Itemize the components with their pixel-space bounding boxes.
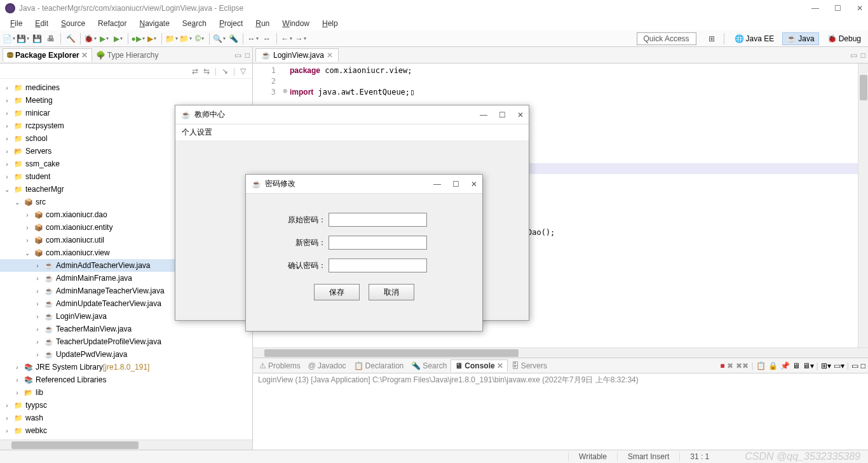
- menu-file[interactable]: File: [5, 18, 27, 29]
- menu-window[interactable]: Window: [277, 18, 315, 29]
- persp-java-ee[interactable]: 🌐 Java EE: [730, 32, 779, 45]
- min-console-icon[interactable]: ▭: [851, 361, 858, 370]
- menu-run[interactable]: Run: [250, 18, 275, 29]
- old-pwd-label: 原始密码：: [271, 215, 329, 225]
- run-button[interactable]: ▶: [98, 32, 111, 45]
- new-pkg-button[interactable]: 📁: [165, 32, 178, 45]
- open-persp-button[interactable]: ⊞: [705, 32, 718, 45]
- tree-item[interactable]: ›☕TeacherUpdateProfileView.java: [0, 335, 252, 348]
- new-type-button[interactable]: ©: [193, 32, 206, 45]
- tab-type-hierarchy[interactable]: 🌳 Type Hierarchy: [92, 49, 163, 62]
- save-button[interactable]: 💾: [17, 32, 29, 45]
- tab-package-explorer[interactable]: ⛃Package Explorer ✕: [3, 48, 92, 62]
- ext-tools-button[interactable]: ▶: [146, 32, 158, 45]
- search-button[interactable]: 🔦: [227, 32, 240, 45]
- quick-access[interactable]: Quick Access: [637, 32, 696, 45]
- tab-console[interactable]: 🖥 Console ✕: [451, 359, 507, 372]
- new-pwd-input[interactable]: [329, 236, 427, 250]
- scrollbar-v[interactable]: [858, 64, 868, 347]
- scrollbar-h[interactable]: [0, 440, 252, 450]
- fwd-button[interactable]: →: [294, 32, 307, 45]
- print-button[interactable]: 🖶: [44, 32, 57, 45]
- new-button[interactable]: 📄: [3, 32, 15, 45]
- editor-scrollbar-h[interactable]: [253, 347, 868, 358]
- maximize-editor-icon[interactable]: □: [861, 51, 865, 60]
- nav2-button[interactable]: ↔: [261, 32, 273, 45]
- menu-help[interactable]: Help: [317, 18, 343, 29]
- remove-launch-icon[interactable]: ✖: [727, 361, 733, 370]
- max-console-icon[interactable]: □: [861, 361, 865, 370]
- dlg2-min-icon[interactable]: —: [433, 180, 441, 189]
- view-menu-icon[interactable]: ▽: [240, 67, 246, 76]
- save-button[interactable]: 保存: [314, 284, 360, 300]
- tree-item[interactable]: ›📁wash: [0, 412, 252, 424]
- password-change-dialog: ☕ 密码修改 — ☐ ✕ 原始密码： 新密码： 确认密码： 保存 取消: [245, 174, 483, 332]
- maximize-view-icon[interactable]: □: [245, 51, 250, 60]
- open-console-icon[interactable]: 🖥▾: [803, 361, 814, 370]
- tree-item[interactable]: ›📁medicines: [0, 81, 252, 94]
- focus-icon[interactable]: ↘: [222, 67, 228, 76]
- dlg1-close-icon[interactable]: ✕: [517, 111, 524, 119]
- tab-declaration[interactable]: 📋 Declaration: [350, 360, 408, 372]
- clear-console-icon[interactable]: 📋: [756, 361, 766, 370]
- console-menu-icon[interactable]: ▭▾: [834, 361, 844, 370]
- scroll-lock-icon[interactable]: 🔒: [768, 361, 778, 370]
- coverage-button[interactable]: ▶: [112, 32, 125, 45]
- tree-item[interactable]: ›📚Referenced Libraries: [0, 373, 252, 386]
- confirm-pwd-input[interactable]: [329, 258, 427, 272]
- tab-problems[interactable]: ⚠ Problems: [255, 360, 304, 372]
- remove-all-icon[interactable]: ✖✖: [736, 361, 749, 370]
- minimize-view-icon[interactable]: ▭: [234, 51, 241, 60]
- dlg2-close-icon[interactable]: ✕: [471, 180, 477, 189]
- minimize-editor-icon[interactable]: ▭: [850, 51, 857, 60]
- tree-item[interactable]: ›☕TeacherMainView.java: [0, 323, 252, 335]
- close-icon[interactable]: ✕: [857, 4, 863, 13]
- debug-button[interactable]: 🐞: [84, 32, 97, 45]
- new-class-button[interactable]: 📁: [179, 32, 192, 45]
- tree-item[interactable]: ›📚JRE System Library [jre1.8.0_191]: [0, 361, 252, 373]
- display-icon[interactable]: 🖥: [792, 361, 800, 370]
- tree-item[interactable]: ›📁tyypsc: [0, 399, 252, 412]
- collapse-all-icon[interactable]: ⇄: [192, 67, 198, 76]
- persp-java[interactable]: ☕ Java: [782, 32, 818, 45]
- java-file-icon: ☕: [261, 51, 271, 60]
- tree-item[interactable]: ›📂lib: [0, 386, 252, 399]
- menu-refactor[interactable]: Refactor: [93, 18, 132, 29]
- dlg1-max-icon[interactable]: ☐: [499, 111, 506, 119]
- run-last-button[interactable]: ●▶: [132, 32, 144, 45]
- titlebar: Java - teacherMgr/src/com/xiaoniucr/view…: [0, 0, 868, 17]
- menu-navigate[interactable]: Navigate: [134, 18, 174, 29]
- dlg2-max-icon[interactable]: ☐: [452, 180, 459, 189]
- build-button[interactable]: 🔨: [64, 32, 77, 45]
- minimize-icon[interactable]: —: [811, 4, 819, 13]
- java-icon: ☕: [180, 110, 191, 120]
- tab-javadoc[interactable]: @ Javadoc: [304, 360, 350, 372]
- pin-console-icon[interactable]: 📌: [780, 361, 790, 370]
- open-type-button[interactable]: 🔍: [213, 32, 226, 45]
- tree-item[interactable]: ›📁webkc: [0, 424, 252, 437]
- dlg1-menu[interactable]: 个人设置: [175, 124, 529, 140]
- save-all-button[interactable]: 💾: [31, 32, 43, 45]
- tab-servers[interactable]: 🗄 Servers: [508, 360, 551, 372]
- editor-tab[interactable]: ☕LoginView.java ✕: [255, 48, 339, 62]
- maximize-icon[interactable]: ☐: [834, 4, 841, 13]
- nav-button[interactable]: ↔: [247, 32, 259, 45]
- terminate-icon[interactable]: ■: [720, 361, 724, 370]
- link-editor-icon[interactable]: ⇆: [203, 67, 210, 76]
- cancel-button[interactable]: 取消: [369, 284, 414, 300]
- persp-debug[interactable]: 🐞 Debug: [823, 32, 865, 45]
- tree-item[interactable]: ›☕UpdatePwdView.java: [0, 348, 252, 361]
- old-pwd-input[interactable]: [329, 213, 427, 227]
- menu-edit[interactable]: Edit: [30, 18, 53, 29]
- back-button[interactable]: ←: [280, 32, 293, 45]
- menu-source[interactable]: Source: [56, 18, 90, 29]
- menubar: File Edit Source Refactor Navigate Searc…: [0, 17, 868, 30]
- menu-project[interactable]: Project: [214, 18, 248, 29]
- dlg1-min-icon[interactable]: —: [480, 111, 487, 119]
- new-console-icon[interactable]: ⊞▾: [821, 361, 831, 370]
- close-tab-icon[interactable]: ✕: [81, 51, 88, 60]
- console-body[interactable]: LoginView (13) [Java Application] C:\Pro…: [253, 373, 868, 450]
- close-tab-icon[interactable]: ✕: [327, 51, 333, 60]
- tab-search[interactable]: 🔦 Search: [407, 360, 451, 372]
- menu-search[interactable]: Search: [177, 18, 212, 29]
